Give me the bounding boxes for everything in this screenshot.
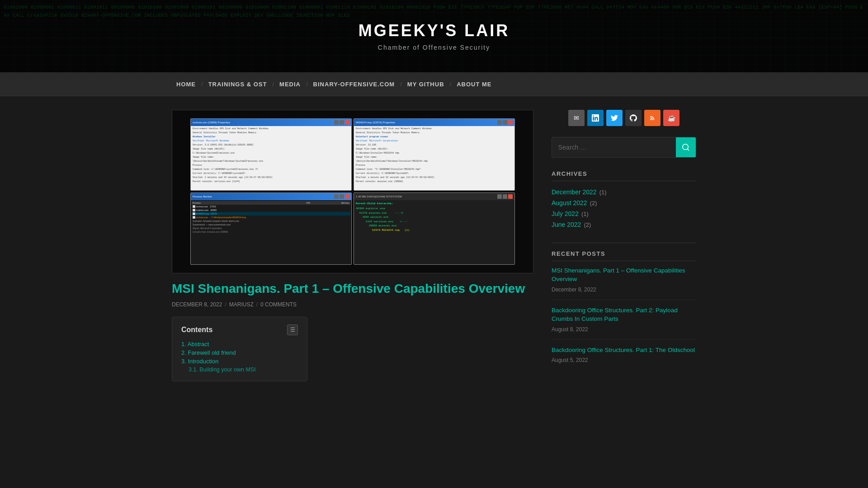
recent-post-title-3[interactable]: Backdooring Office Structures. Part 1: T… [552,346,696,355]
sc-row: C:\Windows\Installer\MSI8244.tmp [355,151,514,155]
sc-row: Parent console: msiexec.exe (30868) [355,180,514,184]
sc-row: Started: a minute and 32 seconds ago (12… [355,176,514,180]
sc-panel-2-title: MSI8244.tmp (52976) Properties [356,121,395,124]
sc-row: Environment Handles GPU Disk and Network… [192,127,350,131]
toc-items: 1. Abstract 2. Farewell old friend 3. In… [181,340,298,374]
nav-binary[interactable]: BINARY-OFFENSIVE.COM [309,81,400,88]
archives-list: December 2022 (1) August 2022 (2) July 2… [552,187,696,230]
toc-toggle-icon: ☰ [290,327,295,333]
sc-row: ⬜ svchost.exe → C:\Windows\Installer\MSI… [192,216,350,219]
archive-count-aug22: (2) [590,200,597,206]
sc-row: Windows Installer [192,135,350,139]
post-date: DECEMBER 8, 2022 [172,301,222,308]
nav-github[interactable]: MY GITHUB [403,81,449,88]
header-content: MGEEKY'S LAIR Chamber of Offensive Secur… [359,21,510,51]
post-title[interactable]: MSI Shenanigans. Part 1 – Offensive Capa… [172,281,533,297]
post-author: MARIUSZ [229,301,254,308]
toc-item-build-msi[interactable]: 3.1. Building your own MSI [189,366,298,374]
archives-section: ARCHIVES December 2022 (1) August 2022 (… [552,170,696,230]
sc-row: \Device\HarddiskVolume7\Windows\Installe… [355,160,514,164]
recent-post-title-2[interactable]: Backdooring Office Structures. Part 2: P… [552,306,696,324]
sc-panel-1-header: svchost.exe (23868) Properties [191,119,351,126]
email-icon[interactable]: ✉ [568,110,585,126]
archive-link-dec22[interactable]: December 2022 [552,188,597,196]
nav-sep-1: / [200,81,204,88]
recent-post-date-1: December 8, 2022 [552,286,596,293]
post-thumbnail: svchost.exe (23868) Properties Environme… [172,110,533,273]
search-button[interactable] [676,137,696,157]
sc-row: ⬜ MSI8244.tmp 52976 [192,212,350,216]
archive-link-aug22[interactable]: August 2022 [552,199,587,206]
meta-sep-1: / [225,301,226,308]
sc-row: ⬜ svchost.exe 17016 [192,205,350,208]
toc-sub-items: 3.1. Building your own MSI [181,366,298,374]
twitter-icon[interactable] [606,110,623,126]
github-icon[interactable] [625,110,642,126]
sc-row: Version: 13.100 [355,143,514,147]
sc-col-name: Process [193,202,271,204]
sc-row: Signer: Microsoft Corporation [192,226,350,230]
recent-posts-section: RECENT POSTS MSI Shenanigans. Part 1 – O… [552,250,696,370]
sc-row: ⬜ msiexec.exe 30868 [192,208,350,212]
screenshot-collage: svchost.exe (23868) Properties Environme… [190,118,515,265]
toc-item-intro[interactable]: 3. Introduction [181,357,298,366]
toc-title: Contents [181,326,212,334]
sc-row: Process [192,164,350,168]
sc-panel-1-controls [334,120,349,125]
sc-row: Image file name (Win32): [192,147,350,151]
sc-h-line: 40360 explorer.exe [356,206,513,211]
archive-link-jun22[interactable]: June 2022 [552,221,581,228]
rss-icon[interactable] [644,110,660,126]
sc-col-pid: PID [271,202,310,204]
nav-sep-5: / [449,81,453,88]
recent-post-date-2: August 8, 2022 [552,326,588,333]
content-area: svchost.exe (23868) Properties Environme… [172,110,533,390]
nav-sep-3: / [305,81,309,88]
toc-header: Contents ☰ [181,324,298,335]
search-input[interactable] [552,139,676,155]
recent-post-date-3: August 5, 2022 [552,357,588,363]
sc-row: Version: 5.0.19041.653 (WinBuild.160101.… [192,143,350,147]
sc-row: \Device\HarddiskVolume7\Windows\System32… [192,160,350,164]
sc-h-line: 30868 msiexec.exe [356,224,513,228]
toc-item-abstract[interactable]: 1. Abstract [181,340,298,348]
post-featured-image: svchost.exe (23868) Properties Environme… [172,110,533,273]
sc-row: General Statistics Threads Token Modules… [355,131,514,135]
site-subtitle: Chamber of Offensive Security [359,44,510,51]
nav-trainings[interactable]: TRAININGS & OST [204,81,272,88]
archive-item-jul22: July 2022 (1) [552,208,696,219]
toc-toggle-button[interactable]: ☰ [287,324,298,335]
sc-close [508,120,513,125]
meta-sep-2: / [256,301,258,308]
recent-post-1: MSI Shenanigans. Part 1 – Offensive Capa… [552,267,696,300]
sc-panel-3-header: Process Monitor [191,193,351,200]
site-main: svchost.exe (23868) Properties Environme… [163,110,705,390]
sc-row: Verified: Microsoft Windows [192,139,350,143]
nav-sep-2: / [271,81,275,88]
kofi-icon[interactable]: ☕ [663,110,679,126]
linkedin-icon[interactable] [587,110,604,126]
recent-posts-list: MSI Shenanigans. Part 1 – Offensive Capa… [552,267,696,370]
nav-home[interactable]: HOME [172,81,200,88]
archive-link-jul22[interactable]: July 2022 [552,210,579,217]
nav-about[interactable]: ABOUT ME [452,81,496,88]
sc-row: Current directory: C:\WINDOWS\System32\ [355,172,514,176]
recent-post-title-1[interactable]: MSI Shenanigans. Part 1 – Offensive Capa… [552,267,696,284]
toc-item-farewell[interactable]: 2. Farewell old friend [181,348,298,357]
sc-row: Image file name: [355,155,514,160]
sidebar: ✉ ☕ ARCHIVES [552,110,696,390]
sc-panel-2: MSI8244.tmp (52976) Properties Environme… [354,118,515,191]
nav-media[interactable]: MEDIA [275,81,305,88]
archive-item-jun22: June 2022 (2) [552,219,696,230]
archive-count-jun22: (2) [584,221,591,228]
sc-panel-2-body: Environment Handles GPU Disk and Network… [354,126,514,190]
sc-maximize [503,194,507,199]
sc-panel-1-body: Environment Handles GPU Disk and Network… [191,126,351,190]
archives-title: ARCHIVES [552,170,696,181]
recent-post-2: Backdooring Office Structures. Part 2: P… [552,306,696,340]
sc-table-header: Process PID Memory [192,201,350,205]
sc-h-line: 41276 msiexec.exe ----V [356,211,513,216]
archive-item-aug22: August 2022 (2) [552,197,696,208]
sc-row: Image file name: [192,155,350,160]
site-nav: HOME / TRAININGS & OST / MEDIA / BINARY-… [0,72,868,96]
